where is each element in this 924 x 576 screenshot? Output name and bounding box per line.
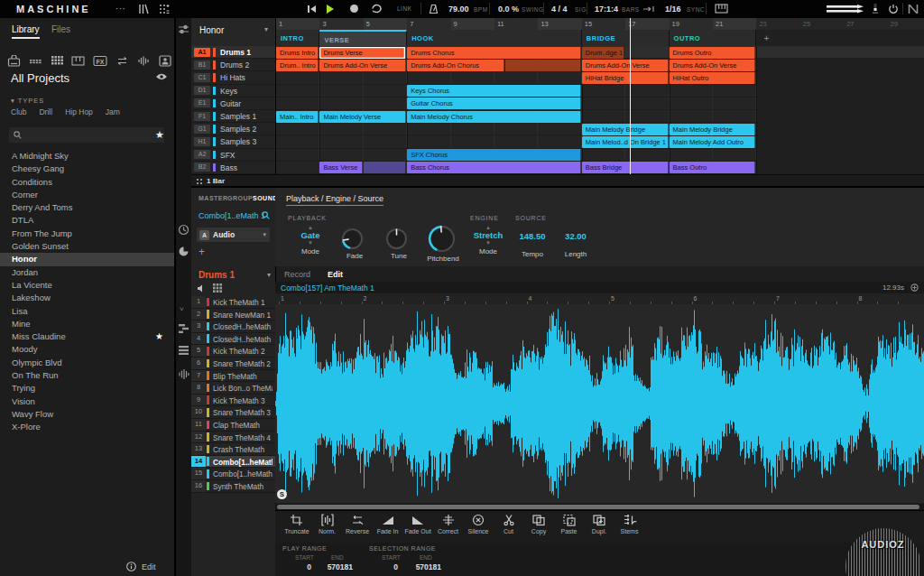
sound-slot-7[interactable]: 7Blip TheMath bbox=[191, 370, 275, 383]
eye-filter-icon[interactable] bbox=[155, 72, 168, 81]
list-item-project[interactable]: Conditions bbox=[0, 176, 174, 189]
arranger-timeline[interactable]: 1357911131517192123252729 INTROVERSEHOOK… bbox=[275, 18, 924, 174]
list-item-project[interactable]: Wavy Flow bbox=[0, 408, 174, 421]
waveform-display[interactable] bbox=[275, 304, 924, 503]
clip[interactable]: Main.. Intro bbox=[276, 111, 319, 123]
search-input[interactable]: × bbox=[9, 127, 164, 143]
samples-icon[interactable] bbox=[137, 55, 151, 67]
fade-out-button[interactable]: Fade Out bbox=[402, 514, 434, 534]
grid-resolution-label[interactable]: 1 Bar bbox=[207, 177, 225, 185]
clip-lane[interactable] bbox=[276, 98, 924, 110]
ruler-cell[interactable]: 13 bbox=[538, 18, 581, 30]
favorite-star-icon[interactable]: ★ bbox=[155, 330, 163, 343]
list-item-project[interactable]: DTLA bbox=[0, 214, 174, 227]
ruler-cell[interactable]: 1 bbox=[276, 18, 319, 30]
loops-icon[interactable] bbox=[116, 55, 129, 67]
audio-editor-icon[interactable] bbox=[178, 368, 189, 380]
ruler-cell[interactable]: 29 bbox=[888, 18, 924, 30]
type-tag[interactable]: Club bbox=[11, 107, 26, 116]
clip[interactable] bbox=[364, 162, 406, 173]
tempo-field[interactable]: 148.50 Tempo bbox=[512, 231, 553, 258]
selection-range-start[interactable]: 0 bbox=[371, 562, 398, 571]
stepper-down-icon[interactable]: ▼ bbox=[467, 240, 509, 246]
clip[interactable]: SFX Chorus bbox=[407, 149, 581, 161]
clip[interactable]: HiHat Bridge bbox=[582, 72, 669, 84]
playback-mode-selector[interactable]: ▲ Gate ▼ Mode bbox=[291, 225, 329, 255]
fade-in-button[interactable]: Fade In bbox=[372, 514, 404, 534]
ruler-cell[interactable]: 17 bbox=[625, 18, 669, 30]
zoom-icon[interactable] bbox=[910, 283, 919, 292]
list-item-project[interactable]: Derry And Toms bbox=[0, 201, 174, 214]
ruler-cell[interactable]: 11 bbox=[494, 18, 538, 30]
ruler-cell[interactable]: 25 bbox=[800, 18, 844, 30]
list-item-project[interactable]: La Vicente bbox=[0, 279, 174, 292]
input-source-dropdown[interactable]: A Audio ▾ bbox=[197, 228, 270, 242]
instruments-icon[interactable] bbox=[29, 55, 42, 67]
ruler-cell[interactable]: 21 bbox=[713, 18, 756, 30]
ruler-cell[interactable]: 27 bbox=[844, 18, 887, 30]
clip-lane[interactable] bbox=[276, 85, 924, 98]
clip[interactable]: Main Melody Bridge bbox=[582, 124, 669, 135]
list-item-project[interactable]: Lakeshow bbox=[0, 292, 174, 304]
clip[interactable]: Drums Verse bbox=[319, 47, 406, 59]
engine-mode-selector[interactable]: ▲ Stretch ▼ Mode bbox=[467, 225, 509, 255]
ruler-cell[interactable]: 5 bbox=[364, 18, 407, 30]
metronome-icon[interactable] bbox=[429, 4, 439, 14]
clip[interactable]: Main Melod..d On Bridge 1 bbox=[582, 136, 669, 148]
groups-icon[interactable] bbox=[51, 55, 63, 67]
clip[interactable]: Guitar Chorus bbox=[407, 98, 581, 109]
info-icon[interactable] bbox=[126, 562, 136, 571]
swing-value[interactable]: 0.0 % bbox=[498, 5, 519, 14]
sound-slot-8[interactable]: 8Lick Bon..o TheMath bbox=[191, 382, 275, 395]
type-tag[interactable]: Drill bbox=[39, 107, 52, 116]
track-header-samples-1[interactable]: F1Samples 1 bbox=[191, 110, 275, 123]
pad-grid-icon[interactable] bbox=[213, 283, 222, 293]
user-icon[interactable] bbox=[159, 55, 171, 67]
track-header-hi-hats[interactable]: C1Hi Hats bbox=[191, 71, 275, 84]
timeline-ruler[interactable]: 1357911131517192123252729 bbox=[276, 18, 924, 31]
track-header-drums-2[interactable]: B1Drums 2 bbox=[191, 59, 275, 71]
types-section-header[interactable]: ▾ TYPES bbox=[11, 97, 44, 105]
clip[interactable] bbox=[505, 60, 581, 71]
length-field[interactable]: 32.00 Length bbox=[557, 231, 595, 258]
clip[interactable]: Drum..dge 1 bbox=[582, 47, 624, 59]
ruler-cell[interactable]: 19 bbox=[670, 18, 713, 30]
section-intro[interactable]: INTRO bbox=[276, 30, 319, 46]
waveform-scrollbar[interactable] bbox=[275, 504, 924, 510]
list-item-project[interactable]: From The Jump bbox=[0, 228, 174, 240]
link-button[interactable]: LINK bbox=[397, 5, 411, 12]
tab-record[interactable]: Record bbox=[284, 270, 310, 279]
clip[interactable]: Drums Chorus bbox=[407, 47, 581, 59]
sample-name[interactable]: Combo[157] Am TheMath 1 bbox=[281, 283, 374, 293]
sound-slot-10[interactable]: 10Snare TheMath 3 bbox=[191, 406, 275, 419]
sample-start-marker[interactable]: S bbox=[277, 489, 287, 499]
tab-edit[interactable]: Edit bbox=[328, 270, 343, 279]
mixer-view-icon[interactable] bbox=[178, 345, 189, 356]
tab-files[interactable]: Files bbox=[51, 24, 70, 34]
time-signature-value[interactable]: 4 / 4 bbox=[551, 5, 568, 14]
group-selector[interactable]: Honor ▾ bbox=[191, 18, 275, 47]
clip[interactable]: Keys Chorus bbox=[407, 85, 581, 97]
ruler-cell[interactable]: 3 bbox=[319, 18, 363, 30]
section-bridge[interactable]: BRIDGE bbox=[582, 30, 670, 46]
sounds-keyboard-icon[interactable] bbox=[71, 55, 85, 67]
follow-playhead-icon[interactable] bbox=[642, 5, 655, 13]
section-outro[interactable]: OUTRO bbox=[670, 30, 757, 46]
list-item-project[interactable]: Lisa bbox=[0, 305, 174, 318]
ideas-view-icon[interactable] bbox=[178, 224, 189, 236]
truncate-button[interactable]: Truncate bbox=[281, 514, 313, 534]
tab-group[interactable]: GROUP bbox=[227, 195, 253, 201]
list-item-project[interactable]: Olympic Blvd bbox=[0, 357, 174, 369]
editor-toggle-icon[interactable] bbox=[159, 4, 171, 14]
track-header-samples-2[interactable]: G1Samples 2 bbox=[191, 123, 275, 135]
list-item-project[interactable]: Corner bbox=[0, 189, 174, 201]
list-item-project[interactable]: On The Run bbox=[0, 369, 174, 382]
bars-position-value[interactable]: 17:1:4 bbox=[595, 5, 618, 14]
list-item-project[interactable]: Vision bbox=[0, 395, 174, 408]
clip[interactable]: Main Melody Add Outro bbox=[670, 136, 756, 148]
sound-slot-16[interactable]: 16Synth TheMath bbox=[191, 480, 275, 493]
clip[interactable]: Main Melody Bridge bbox=[670, 124, 756, 135]
stepper-down-icon[interactable]: ▼ bbox=[291, 240, 329, 246]
clip-lane[interactable] bbox=[276, 149, 924, 162]
projects-icon[interactable] bbox=[7, 55, 21, 67]
